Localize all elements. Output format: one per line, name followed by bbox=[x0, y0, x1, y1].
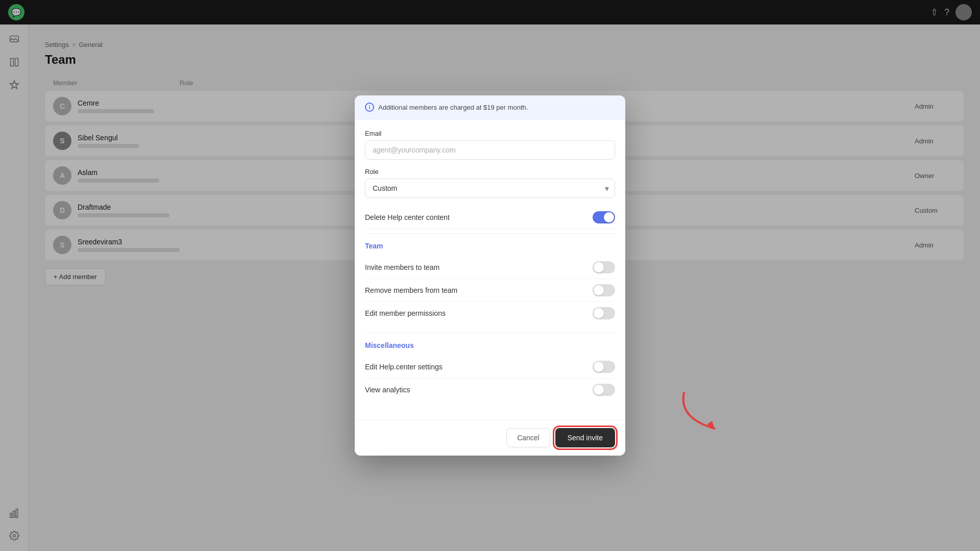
role-label: Role bbox=[365, 168, 615, 176]
send-invite-button[interactable]: Send invite bbox=[555, 428, 615, 447]
modal-body: Email Role Admin Owner Custom ▾ Delete H… bbox=[355, 119, 625, 419]
toggle-delete-help[interactable] bbox=[593, 211, 615, 223]
miscellaneous-section: Miscellaneous Edit Help.center settings … bbox=[365, 341, 615, 401]
permission-label: Remove members from team bbox=[365, 286, 457, 294]
toggle-edit-permissions[interactable] bbox=[593, 307, 615, 319]
email-label: Email bbox=[365, 130, 615, 137]
team-section-title: Team bbox=[365, 242, 615, 250]
permission-label: Invite members to team bbox=[365, 263, 439, 271]
team-permissions-section: Team Invite members to team Remove membe… bbox=[365, 242, 615, 324]
permission-label: View analytics bbox=[365, 386, 410, 394]
permission-label: Edit Help.center settings bbox=[365, 363, 443, 371]
info-icon: i bbox=[365, 103, 374, 112]
role-form-group: Role Admin Owner Custom ▾ bbox=[365, 168, 615, 198]
permission-row-remove: Remove members from team bbox=[365, 279, 615, 302]
email-form-group: Email bbox=[365, 130, 615, 160]
permission-label: Edit member permissions bbox=[365, 309, 446, 317]
miscellaneous-section-title: Miscellaneous bbox=[365, 341, 615, 349]
toggle-edit-settings[interactable] bbox=[593, 361, 615, 373]
email-input[interactable] bbox=[365, 140, 615, 160]
section-divider-2 bbox=[365, 333, 615, 333]
permission-row-edit-settings: Edit Help.center settings bbox=[365, 356, 615, 379]
toggle-view-analytics[interactable] bbox=[593, 384, 615, 396]
cancel-button[interactable]: Cancel bbox=[506, 428, 550, 447]
invite-member-modal: i Additional members are charged at $19 … bbox=[355, 95, 625, 456]
role-select-wrapper: Admin Owner Custom ▾ bbox=[365, 179, 615, 198]
role-select[interactable]: Admin Owner Custom bbox=[365, 179, 615, 198]
permission-row-edit-permissions: Edit member permissions bbox=[365, 302, 615, 324]
section-divider bbox=[365, 233, 615, 234]
toggle-remove-members[interactable] bbox=[593, 284, 615, 296]
permission-label: Delete Help center content bbox=[365, 213, 450, 221]
toggle-invite-members[interactable] bbox=[593, 261, 615, 273]
permission-row-invite: Invite members to team bbox=[365, 256, 615, 279]
permission-row-delete-help: Delete Help center content bbox=[365, 206, 615, 229]
info-banner: i Additional members are charged at $19 … bbox=[355, 95, 625, 119]
modal-footer: Cancel Send invite bbox=[355, 419, 625, 456]
permission-row-analytics: View analytics bbox=[365, 379, 615, 401]
info-banner-text: Additional members are charged at $19 pe… bbox=[378, 104, 528, 111]
